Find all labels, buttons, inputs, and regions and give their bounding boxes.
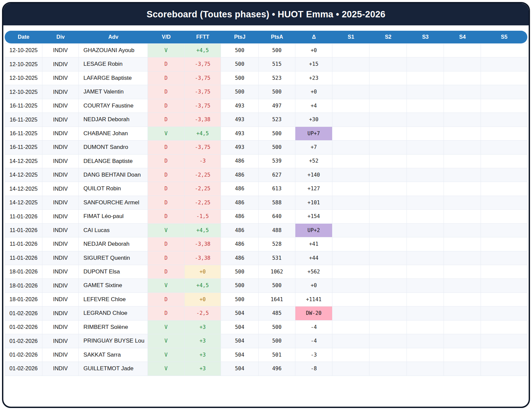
- cell-s2: [369, 321, 407, 334]
- cell-s1: [332, 71, 369, 85]
- cell-fftt: -3,38: [185, 237, 221, 251]
- table-row: 18-01-2026 INDIV DUPONT Elsa D +0 500 10…: [5, 265, 527, 279]
- cell-s2: [369, 293, 407, 306]
- cell-s5: [481, 155, 527, 168]
- table-row: 01-02-2026 INDIV PRINGUAY BUYSE Lou V +3…: [5, 334, 527, 348]
- column-header-vd: V/D: [148, 31, 185, 43]
- cell-fftt: -3,38: [185, 251, 221, 265]
- cell-s5: [481, 182, 527, 196]
- cell-date: 01-02-2026: [5, 362, 42, 376]
- cell-date: 01-02-2026: [5, 321, 42, 334]
- cell-ptsj: 504: [221, 334, 259, 348]
- cell-s2: [369, 279, 407, 292]
- cell-vd: D: [148, 251, 185, 265]
- cell-s4: [444, 127, 481, 141]
- cell-ptsj: 486: [221, 182, 259, 196]
- cell-vd: D: [148, 113, 185, 127]
- cell-s2: [369, 196, 407, 210]
- cell-ptsa: 640: [259, 210, 295, 223]
- cell-s3: [407, 196, 444, 210]
- cell-s5: [481, 43, 527, 57]
- cell-s4: [444, 168, 481, 182]
- cell-date: 14-12-2025: [5, 168, 42, 182]
- cell-ptsa: 528: [259, 237, 295, 251]
- table-row: 14-12-2025 INDIV QUILOT Robin D -2,25 48…: [5, 182, 527, 196]
- cell-adv: SIGURET Quentin: [79, 251, 148, 265]
- cell-div: INDIV: [42, 293, 79, 306]
- cell-date: 14-12-2025: [5, 196, 42, 210]
- cell-s3: [407, 210, 444, 223]
- cell-s4: [444, 321, 481, 334]
- cell-delta: +140: [295, 168, 332, 182]
- cell-fftt: -2,25: [185, 168, 221, 182]
- cell-vd: V: [148, 279, 185, 292]
- cell-s3: [407, 85, 444, 99]
- cell-vd: V: [148, 362, 185, 376]
- cell-div: INDIV: [42, 237, 79, 251]
- cell-s1: [332, 321, 369, 334]
- table-row: 16-11-2025 INDIV COURTAY Faustine D -3,7…: [5, 99, 527, 113]
- cell-ptsj: 493: [221, 141, 259, 154]
- cell-s1: [332, 279, 369, 292]
- cell-s3: [407, 306, 444, 320]
- cell-vd: V: [148, 127, 185, 141]
- cell-s5: [481, 57, 527, 71]
- cell-adv: COURTAY Faustine: [79, 99, 148, 113]
- cell-div: INDIV: [42, 168, 79, 182]
- cell-s1: [332, 99, 369, 113]
- table-header: Date Div Adv V/D FFTT PtsJ PtsA Δ S1 S2 …: [5, 31, 527, 43]
- cell-s4: [444, 334, 481, 348]
- cell-ptsa: 523: [259, 113, 295, 127]
- cell-s1: [332, 265, 369, 279]
- cell-fftt: -3,38: [185, 113, 221, 127]
- cell-s2: [369, 85, 407, 99]
- cell-s5: [481, 306, 527, 320]
- cell-ptsa: 485: [259, 306, 295, 320]
- cell-date: 16-11-2025: [5, 127, 42, 141]
- cell-div: INDIV: [42, 99, 79, 113]
- cell-delta: +52: [295, 155, 332, 168]
- cell-fftt: +0: [185, 265, 221, 279]
- cell-fftt: +4,5: [185, 279, 221, 292]
- table-row: 14-12-2025 INDIV DELANGE Baptiste D -3 4…: [5, 155, 527, 168]
- cell-div: INDIV: [42, 362, 79, 376]
- cell-s2: [369, 251, 407, 265]
- cell-s2: [369, 141, 407, 154]
- cell-s3: [407, 348, 444, 362]
- cell-adv: DANG BEHTANI Doan: [79, 168, 148, 182]
- cell-s1: [332, 210, 369, 223]
- cell-vd: D: [148, 155, 185, 168]
- cell-date: 12-10-2025: [5, 43, 42, 57]
- cell-ptsj: 486: [221, 251, 259, 265]
- cell-vd: D: [148, 293, 185, 306]
- cell-s3: [407, 362, 444, 376]
- cell-adv: GUILLETMOT Jade: [79, 362, 148, 376]
- table-row: 16-11-2025 INDIV DUMONT Sandro D -3,75 4…: [5, 141, 527, 154]
- cell-s1: [332, 85, 369, 99]
- cell-ptsa: 497: [259, 99, 295, 113]
- cell-s5: [481, 210, 527, 223]
- cell-div: INDIV: [42, 265, 79, 279]
- cell-ptsj: 500: [221, 43, 259, 57]
- cell-s4: [444, 210, 481, 223]
- cell-adv: FIMAT Léo-paul: [79, 210, 148, 223]
- cell-s1: [332, 113, 369, 127]
- column-header-s1: S1: [332, 31, 369, 43]
- cell-s1: [332, 182, 369, 196]
- cell-s1: [332, 224, 369, 237]
- cell-s5: [481, 224, 527, 237]
- table-row: 11-01-2026 INDIV SIGURET Quentin D -3,38…: [5, 251, 527, 265]
- cell-s4: [444, 306, 481, 320]
- cell-div: INDIV: [42, 85, 79, 99]
- column-header-div: Div: [42, 31, 79, 43]
- cell-s4: [444, 251, 481, 265]
- cell-fftt: +3: [185, 362, 221, 376]
- cell-s1: [332, 127, 369, 141]
- cell-ptsa: 1641: [259, 293, 295, 306]
- cell-ptsj: 500: [221, 71, 259, 85]
- cell-s4: [444, 362, 481, 376]
- column-header-s4: S4: [444, 31, 481, 43]
- cell-s4: [444, 43, 481, 57]
- column-header-ptsa: PtsA: [259, 31, 295, 43]
- cell-div: INDIV: [42, 306, 79, 320]
